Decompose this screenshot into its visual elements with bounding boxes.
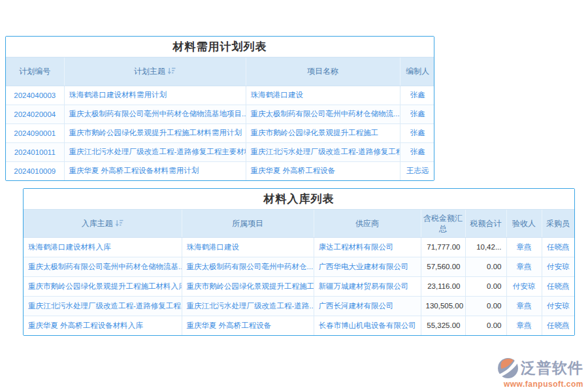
col-header-label: 税额合计 [470,219,502,228]
col-header-label: 编制人 [406,67,429,76]
col-header-amount-incl-tax: 含税金额汇总 [421,210,465,237]
buyer-link[interactable]: 任晓燕 [542,276,574,296]
col-header-author: 编制人 [400,57,434,86]
tax-total-value: 0.00 [465,257,506,276]
sort-icon [116,220,123,227]
col-header-buyer: 采购员 [542,210,574,237]
amount-incl-tax-value: 55,325.00 [421,316,465,335]
table-row: 珠海鹤港口建设材料入库 珠海鹤港口建设 康达工程材料有限公司 71,777.00… [24,237,574,257]
plan-subject-link[interactable]: 重庆华夏 外高桥工程设备材料需用计划 [64,161,246,180]
inspector-link[interactable]: 章燕 [506,296,542,316]
author-link[interactable]: 张鑫 [400,86,434,105]
col-header-label: 项目名称 [307,67,338,76]
col-header-plan-no: 计划编号 [6,57,64,86]
amount-incl-tax-value: 23,116.00 [421,276,465,296]
tax-total-value: 0.00 [465,316,506,335]
author-link[interactable]: 王志远 [400,161,434,180]
inspector-link[interactable]: 付安琼 [506,276,542,296]
sort-icon [168,67,176,74]
buyer-link[interactable]: 任晓燕 [542,237,574,257]
col-header-label: 计划编号 [19,67,50,76]
inbound-table-title: 材料入库列表 [24,189,574,210]
supplier-link[interactable]: 广西华电大业建材有限公司 [314,257,421,276]
col-header-label: 验收人 [512,219,536,228]
amount-incl-tax-value: 71,777.00 [421,237,465,257]
inbound-subject-link[interactable]: 重庆江北污水处理厂级改造工程-道路修复工程... [24,296,182,316]
table-row: 2024010011 重庆江北污水处理厂级改造工程-道路修复工程主要材料 重庆江… [6,142,434,161]
amount-incl-tax-value: 130,505.00 [421,296,465,316]
plan-no-link[interactable]: 2024020004 [6,105,64,123]
supplier-link[interactable]: 新疆万城建材贸易有限公司 [314,276,421,296]
owning-project-link[interactable]: 重庆华夏 外高桥工程设备 [182,316,314,335]
plan-header-row: 计划编号 计划主题 项目名称 编制人 [6,57,434,86]
fanpu-brand-footer: 泛普软件 www.fanpusoft.com [497,357,583,389]
col-header-inspector: 验收人 [506,210,542,237]
inbound-subject-link[interactable]: 重庆太极制药有限公司亳州中药材仓储物流基... [24,257,182,276]
plan-no-link[interactable]: 2024010009 [6,161,64,180]
project-name-link[interactable]: 重庆华夏 外高桥工程设备 [246,161,400,180]
plan-no-link[interactable]: 2024010011 [6,142,64,161]
col-header-project-name: 项目名称 [246,57,400,86]
project-name-link[interactable]: 重庆太极制药有限公司亳州中药材仓储物流... [246,105,400,123]
col-header-tax-total: 税额合计 [465,210,506,237]
brand-url: www.fanpusoft.com [504,380,583,389]
tax-total-value: 0.00 [465,296,506,316]
author-link[interactable]: 张鑫 [400,123,434,142]
inspector-link[interactable]: 章燕 [506,257,542,276]
supplier-link[interactable]: 长春市博山机电设备有限公司 [314,316,421,335]
buyer-link[interactable]: 任晓燕 [542,316,574,335]
col-header-inbound-subject[interactable]: 入库主题 [24,210,182,237]
author-link[interactable]: 张鑫 [400,142,434,161]
col-header-label: 供应商 [355,219,379,228]
plan-subject-link[interactable]: 重庆太极制药有限公司亳州中药材仓储物流基地项目... [64,105,246,123]
plan-subject-link[interactable]: 重庆市鹅岭公园绿化景观提升工程施工材料需用计划 [64,123,246,142]
inspector-link[interactable]: 章燕 [506,237,542,257]
buyer-link[interactable]: 付安琼 [542,296,574,316]
inspector-link[interactable]: 章燕 [506,316,542,335]
owning-project-link[interactable]: 重庆太极制药有限公司亳州中药材仓... [182,257,314,276]
buyer-link[interactable]: 付安琼 [542,257,574,276]
project-name-link[interactable]: 重庆江北污水处理厂级改造工程-道路修复工程 [246,142,400,161]
owning-project-link[interactable]: 重庆市鹅岭公园绿化景观提升工程施工 [182,276,314,296]
project-name-link[interactable]: 重庆市鹅岭公园绿化景观提升工程施工 [246,123,400,142]
inbound-subject-link[interactable]: 重庆市鹅岭公园绿化景观提升工程施工材料入库 [24,276,182,296]
tax-total-value: 0.00 [465,276,506,296]
col-header-label: 计划主题 [134,67,165,76]
table-row: 2024040003 珠海鹤港口建设材料需用计划 珠海鹤港口建设 张鑫 [6,86,434,105]
plan-no-link[interactable]: 2024040003 [6,86,64,105]
col-header-owning-project: 所属项目 [182,210,314,237]
table-row: 2024020004 重庆太极制药有限公司亳州中药材仓储物流基地项目... 重庆… [6,105,434,123]
col-header-supplier: 供应商 [314,210,421,237]
plan-subject-link[interactable]: 珠海鹤港口建设材料需用计划 [64,86,246,105]
plan-subject-link[interactable]: 重庆江北污水处理厂级改造工程-道路修复工程主要材料 [64,142,246,161]
plan-no-link[interactable]: 2024090001 [6,123,64,142]
col-header-label: 含税金额汇总 [423,214,463,233]
supplier-link[interactable]: 康达工程材料有限公司 [314,237,421,257]
material-inbound-table: 材料入库列表 入库主题 所属项目 供应商 含税金额汇总 税额合计 验收人 采购员… [23,188,575,336]
col-header-label: 所属项目 [232,219,263,228]
col-header-label: 采购员 [546,219,570,228]
inbound-subject-link[interactable]: 重庆华夏 外高桥工程设备材料入库 [24,316,182,335]
inbound-header-row: 入库主题 所属项目 供应商 含税金额汇总 税额合计 验收人 采购员 [24,210,574,237]
owning-project-link[interactable]: 珠海鹤港口建设 [182,237,314,257]
amount-incl-tax-value: 57,560.00 [421,257,465,276]
col-header-label: 入库主题 [82,219,113,228]
material-plan-table: 材料需用计划列表 计划编号 计划主题 项目名称 编制人 2024040003 珠… [5,36,434,181]
owning-project-link[interactable]: 重庆江北污水处理厂级改造工程-道路... [182,296,314,316]
table-row: 重庆华夏 外高桥工程设备材料入库 重庆华夏 外高桥工程设备 长春市博山机电设备有… [24,316,574,335]
table-row: 重庆太极制药有限公司亳州中药材仓储物流基... 重庆太极制药有限公司亳州中药材仓… [24,257,574,276]
project-name-link[interactable]: 珠海鹤港口建设 [246,86,400,105]
plan-table-title: 材料需用计划列表 [6,37,434,57]
table-row: 2024090001 重庆市鹅岭公园绿化景观提升工程施工材料需用计划 重庆市鹅岭… [6,123,434,142]
table-row: 重庆江北污水处理厂级改造工程-道路修复工程... 重庆江北污水处理厂级改造工程-… [24,296,574,316]
col-header-plan-subject[interactable]: 计划主题 [64,57,246,86]
tax-total-value: 10,42... [465,237,506,257]
brand-name: 泛普软件 [521,361,583,376]
supplier-link[interactable]: 广西长河建材有限公司 [314,296,421,316]
table-row: 2024010009 重庆华夏 外高桥工程设备材料需用计划 重庆华夏 外高桥工程… [6,161,434,180]
table-row: 重庆市鹅岭公园绿化景观提升工程施工材料入库 重庆市鹅岭公园绿化景观提升工程施工 … [24,276,574,296]
fanpu-logo-icon [497,357,519,379]
author-link[interactable]: 张鑫 [400,105,434,123]
inbound-subject-link[interactable]: 珠海鹤港口建设材料入库 [24,237,182,257]
